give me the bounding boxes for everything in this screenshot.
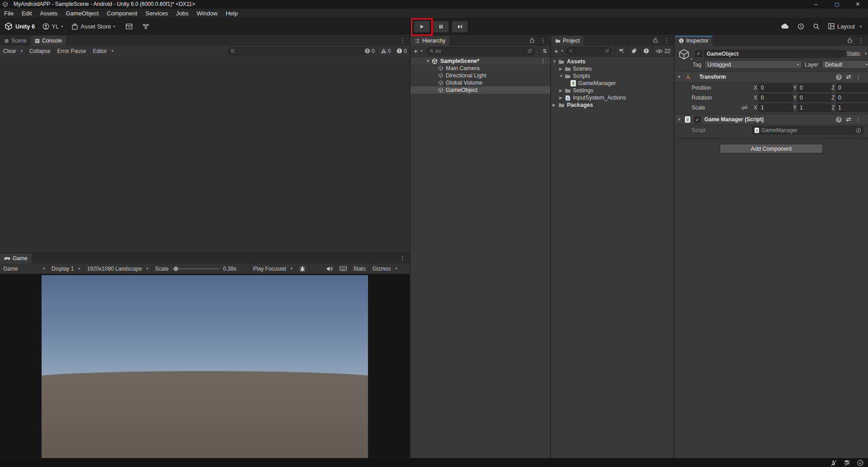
tab-inspector[interactable]: Inspector (675, 36, 712, 46)
console-search[interactable] (227, 47, 368, 55)
add-component-button[interactable]: Add Component (720, 144, 823, 153)
game-manager-header[interactable]: ▼ # ✓ Game Manager (Script) ? ⋮ (675, 114, 868, 125)
game-manager-menu-icon[interactable]: ⋮ (854, 117, 863, 123)
progress-ok-icon[interactable] (857, 460, 863, 466)
game-view-dropdown[interactable]: Game ▾ (0, 263, 48, 274)
rotation-z-input[interactable] (838, 95, 868, 101)
tag-dropdown[interactable]: Untagged ▾ (704, 60, 802, 69)
collapse-button[interactable]: Collapse (26, 46, 54, 56)
hierarchy-menu-icon[interactable]: ⋮ (539, 38, 547, 43)
menu-help[interactable]: Help (222, 9, 242, 18)
project-row-gamemanager[interactable]: # GameManager (551, 80, 674, 87)
transform-presets-icon[interactable] (845, 74, 852, 80)
info-counter[interactable]: 0 (361, 46, 377, 56)
position-y-input[interactable] (800, 85, 830, 91)
tab-project[interactable]: Project (551, 36, 584, 46)
display-dropdown[interactable]: Display 1 ▾ (48, 263, 84, 274)
scene-connections-icon[interactable] (142, 24, 149, 29)
menu-edit[interactable]: Edit (18, 9, 36, 18)
account-label[interactable]: YL (52, 23, 59, 30)
virtual-keyboard-button[interactable] (336, 263, 350, 274)
menu-gameobject[interactable]: GameObject (61, 9, 103, 18)
gameobject-name-field[interactable] (704, 50, 839, 58)
tab-hierarchy[interactable]: Hierarchy (410, 36, 449, 46)
game-manager-help-icon[interactable]: ? (836, 117, 842, 123)
asset-store-caret-icon[interactable]: ▾ (113, 24, 115, 29)
package-tray-icon[interactable] (126, 24, 132, 29)
position-y-field[interactable] (797, 84, 832, 92)
undo-history-icon[interactable] (797, 23, 804, 30)
mute-audio-button[interactable] (323, 263, 336, 274)
foldout-icon[interactable]: ▼ (559, 74, 563, 78)
script-object-field[interactable]: # GameManager (752, 126, 863, 134)
position-z-field[interactable] (836, 84, 868, 92)
foldout-icon[interactable]: ▶ (559, 88, 562, 93)
static-checkbox[interactable] (839, 50, 845, 57)
clear-button[interactable]: Clear ▾ (0, 46, 26, 56)
gizmos-dropdown[interactable]: Gizmos ▾ (369, 263, 401, 274)
hierarchy-lock-icon[interactable] (530, 38, 534, 43)
cache-layers-icon[interactable] (844, 460, 850, 466)
asset-store-label[interactable]: Asset Store (80, 23, 111, 30)
transform-help-icon[interactable]: ? (836, 74, 842, 80)
debugger-detached-icon[interactable] (830, 460, 837, 466)
scale-slider[interactable] (173, 268, 219, 269)
stats-button[interactable]: Stats (350, 263, 369, 274)
scene-foldout-icon[interactable]: ▼ (426, 59, 430, 63)
hierarchy-item-gameobject[interactable]: GameObject (410, 86, 550, 94)
transform-foldout-icon[interactable]: ▼ (677, 75, 681, 79)
menu-file[interactable]: File (0, 9, 18, 18)
object-picker-icon[interactable] (856, 128, 861, 133)
menu-services[interactable]: Services (142, 9, 172, 18)
project-row-packages[interactable]: ▶ Packages (551, 101, 674, 109)
menu-component[interactable]: Component (103, 9, 141, 18)
resolution-dropdown[interactable]: 1920x1080 Landscape ▾ (84, 263, 151, 274)
position-z-input[interactable] (838, 85, 868, 91)
hierarchy-sort-button[interactable]: ⇅ (539, 46, 550, 56)
position-x-field[interactable] (759, 84, 793, 92)
static-caret-icon[interactable]: ▾ (865, 52, 867, 56)
pause-button[interactable] (433, 21, 449, 33)
constrain-proportions-icon[interactable] (741, 105, 748, 111)
foldout-icon[interactable]: ▶ (559, 95, 562, 100)
minimize-button[interactable]: ─ (806, 0, 826, 9)
tab-console[interactable]: Console (31, 36, 66, 46)
foldout-icon[interactable]: ▶ (559, 67, 562, 71)
position-x-input[interactable] (761, 85, 791, 91)
project-row-assets[interactable]: ▼ Assets (551, 58, 674, 65)
layout-dropdown[interactable]: Layout ▾ (828, 23, 862, 30)
project-row-inputsystem-actions[interactable]: ▶ InputSystem_Actions (551, 94, 674, 101)
game-manager-foldout-icon[interactable]: ▼ (677, 117, 681, 122)
scale-slider-thumb[interactable] (174, 267, 178, 271)
scale-x-input[interactable] (761, 105, 791, 111)
scale-z-field[interactable] (836, 104, 868, 112)
project-row-settings[interactable]: ▶ Settings (551, 87, 674, 94)
debug-bug-button[interactable] (296, 263, 309, 274)
maximize-button[interactable]: ▢ (826, 0, 847, 9)
rotation-y-field[interactable] (797, 94, 832, 102)
search-icon[interactable] (813, 23, 820, 30)
project-row-scripts[interactable]: ▼ Scripts (551, 72, 674, 80)
project-row-scenes[interactable]: ▶ Scenes (551, 65, 674, 72)
close-button[interactable]: ✕ (847, 0, 868, 9)
menu-assets[interactable]: Assets (36, 9, 61, 18)
cloud-icon[interactable] (781, 24, 789, 29)
layer-dropdown[interactable]: Default ▾ (822, 60, 868, 69)
gameobject-name-input[interactable] (707, 51, 837, 57)
inspector-menu-icon[interactable]: ⋮ (857, 38, 865, 43)
game-manager-enabled-checkbox[interactable]: ✓ (694, 116, 701, 123)
editor-dropdown[interactable]: Editor ▾ (90, 46, 117, 56)
asset-store-icon[interactable] (72, 23, 78, 30)
rotation-x-field[interactable] (759, 94, 793, 102)
foldout-icon[interactable]: ▼ (552, 59, 557, 64)
menu-jobs[interactable]: Jobs (172, 9, 192, 18)
game-menu-icon[interactable]: ⋮ (398, 255, 407, 261)
project-menu-icon[interactable]: ⋮ (662, 38, 671, 43)
account-caret-icon[interactable]: ▾ (61, 24, 63, 29)
scale-x-field[interactable] (759, 104, 793, 112)
warning-counter[interactable]: 0 (377, 46, 394, 56)
project-lock-icon[interactable] (653, 38, 658, 43)
project-add-button[interactable]: + ▾ (551, 46, 565, 56)
search-by-type-button[interactable] (640, 46, 653, 56)
rotation-y-input[interactable] (800, 95, 830, 101)
